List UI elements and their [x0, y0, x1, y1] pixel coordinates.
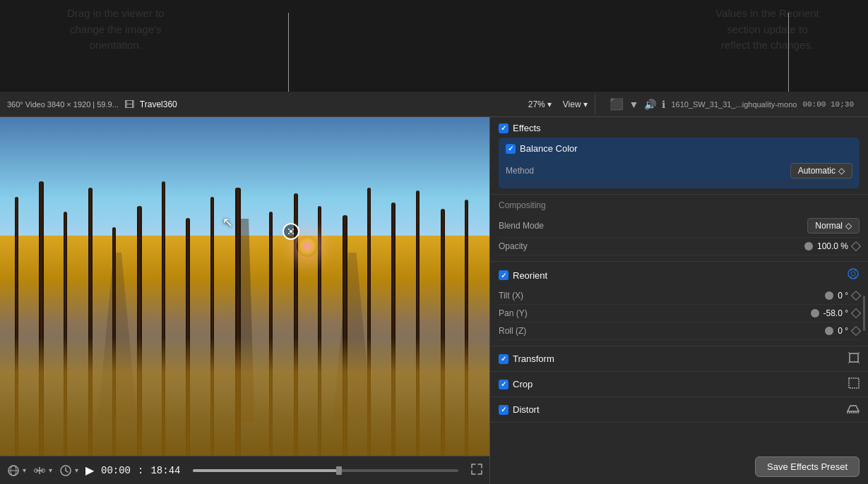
crop-icon [848, 377, 860, 391]
zoom-control[interactable]: 27% ▾ [528, 99, 552, 109]
tilt-value: 0 ° [838, 291, 848, 301]
video-info-label: 360° Video 3840 × 1920 | 59.9... [7, 100, 119, 109]
transform-icon [848, 352, 860, 365]
distort-checkbox[interactable] [499, 405, 509, 415]
viewer-controls: 360° Video 3840 × 1920 | 59.9... 🎞 Trave… [7, 99, 588, 110]
annotation-line-right [788, 13, 789, 92]
video-viewer: ↖ ▾ [0, 117, 489, 484]
inspector-filename: 1610_SW_31_31_...ighquality-mono [671, 100, 797, 109]
reorient-title: Reorient [513, 270, 547, 281]
balance-color-checkbox[interactable] [506, 144, 516, 154]
distort-icon [847, 403, 860, 416]
roll-slider-handle[interactable] [825, 327, 833, 335]
save-btn-label: Save Effects Preset [767, 461, 848, 472]
timecode-position: 18:44 [150, 465, 180, 476]
svg-point-15 [850, 277, 852, 278]
roll-row: Roll (Z) 0 ° [499, 322, 860, 340]
tilt-keyframe[interactable] [851, 291, 861, 301]
inspector-audio-icon[interactable]: 🔊 [644, 99, 656, 110]
ground-overlay [0, 337, 489, 456]
svg-point-14 [855, 270, 856, 271]
video-scene: ↖ [0, 117, 489, 456]
effects-section: Effects Balance Color Method Automatic ◇ [490, 117, 868, 195]
effects-checkbox[interactable] [499, 123, 509, 133]
top-toolbar: 360° Video 3840 × 1920 | 59.9... 🎞 Trave… [0, 92, 868, 117]
save-btn-area: Save Effects Preset [490, 449, 868, 484]
effects-title: Effects [513, 123, 541, 133]
svg-line-19 [858, 352, 860, 353]
reorient-360-icon[interactable] [847, 267, 860, 283]
roll-label: Roll (Z) [499, 326, 590, 336]
save-effects-preset-button[interactable]: Save Effects Preset [755, 456, 860, 477]
crop-section: Crop [490, 372, 868, 397]
svg-point-12 [851, 272, 855, 276]
panel-divider [595, 95, 595, 114]
inspector-timecode: 00:00 10;30 [802, 100, 854, 109]
scroll-indicator [863, 296, 865, 331]
360-arrow: ▾ [23, 466, 26, 474]
cursor-arrow-icon: ↖ [222, 214, 233, 230]
svg-point-4 [292, 233, 294, 234]
inspector-info-icon[interactable]: ℹ [662, 99, 665, 110]
playhead [336, 466, 342, 475]
clip-name-label: Travel360 [140, 99, 177, 109]
blend-mode-arrow-icon: ◇ [845, 221, 852, 231]
svg-point-1 [288, 229, 290, 230]
balance-color-title: Balance Color [520, 143, 578, 154]
compositing-section: Compositing Blend Mode Normal ◇ Opacity [490, 195, 868, 262]
method-label: Method [506, 166, 598, 176]
crop-title: Crop [513, 379, 533, 389]
view-label: View [563, 99, 581, 109]
svg-rect-22 [849, 378, 859, 388]
method-row: Method Automatic ◇ [506, 159, 852, 183]
blend-mode-row: Blend Mode Normal ◇ [499, 214, 860, 238]
roll-keyframe[interactable] [851, 326, 861, 336]
roll-value: 0 ° [838, 326, 848, 336]
distort-section: Distort [490, 397, 868, 423]
svg-line-18 [848, 352, 850, 353]
360-mode-btn[interactable]: ▾ [7, 464, 26, 477]
opacity-slider-handle[interactable] [804, 242, 813, 250]
distort-title: Distort [513, 404, 540, 415]
annotation-right-text: Values in the Reorientsection update tor… [667, 6, 868, 54]
zoom-arrow-icon: ▾ [547, 99, 552, 109]
video-frame[interactable]: ↖ [0, 117, 489, 456]
play-button[interactable]: ▶ [85, 464, 94, 477]
trim-tool-btn[interactable]: ▾ [33, 464, 52, 477]
svg-point-3 [288, 233, 290, 234]
pan-slider-handle[interactable] [811, 309, 819, 317]
crop-checkbox[interactable] [499, 380, 509, 389]
annotation-left-text: Drag in the viewer tochange the image'so… [67, 6, 165, 54]
method-arrow-icon: ◇ [838, 166, 845, 176]
blend-mode-dropdown[interactable]: Normal ◇ [807, 218, 860, 234]
pan-row: Pan (Y) -58.0 ° [499, 305, 860, 322]
opacity-keyframe[interactable] [851, 241, 861, 251]
transform-checkbox[interactable] [499, 354, 509, 364]
method-dropdown[interactable]: Automatic ◇ [790, 163, 852, 179]
svg-point-0 [290, 230, 292, 233]
svg-line-20 [848, 362, 850, 363]
inspector-color-icon[interactable]: ▼ [629, 99, 639, 110]
compositing-label: Compositing [499, 200, 860, 210]
blend-mode-label: Blend Mode [499, 221, 590, 231]
transform-title: Transform [513, 353, 554, 364]
tilt-slider-handle[interactable] [825, 291, 833, 300]
playback-controls: ▾ ▾ ▾ ▶ 00:00 : 18:44 [0, 456, 489, 484]
svg-point-13 [850, 270, 852, 271]
tilt-row: Tilt (X) 0 ° [499, 287, 860, 305]
timecode-current: 00:00 [101, 465, 131, 476]
opacity-row: Opacity 100.0 % [499, 238, 860, 255]
inspector-video-icon[interactable]: ⬛ [610, 97, 624, 111]
speed-btn[interactable]: ▾ [59, 464, 78, 477]
timecode-separator: : [138, 465, 143, 476]
timeline-scrubber[interactable] [193, 469, 458, 472]
reorient-reel-icon[interactable] [283, 223, 299, 240]
view-control[interactable]: View ▾ [563, 99, 588, 109]
fullscreen-btn[interactable] [471, 464, 482, 478]
reorient-checkbox[interactable] [499, 270, 509, 280]
film-strip-icon: 🎞 [124, 99, 134, 110]
svg-point-16 [855, 277, 856, 278]
svg-point-2 [292, 229, 294, 230]
transform-section: Transform [490, 346, 868, 372]
pan-keyframe[interactable] [851, 308, 861, 318]
